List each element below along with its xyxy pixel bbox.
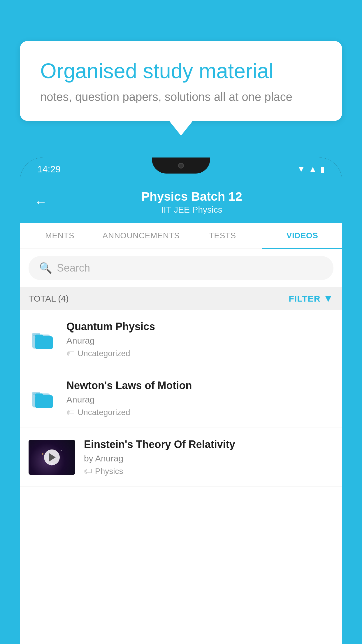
phone-frame: 14:29 ▼ ▲ ▮ ← Physics Batch 12 IIT JEE P… <box>20 158 342 644</box>
video-thumbnail-einstein <box>29 440 75 475</box>
list-item[interactable]: Newton's Laws of Motion Anurag 🏷 Uncateg… <box>20 369 342 428</box>
tag-label: Uncategorized <box>78 408 130 417</box>
front-camera <box>178 163 184 169</box>
list-item[interactable]: Einstein's Theory Of Relativity by Anura… <box>20 428 342 487</box>
filter-row: TOTAL (4) FILTER ▼ <box>20 287 342 310</box>
video-title: Newton's Laws of Motion <box>66 379 333 392</box>
tag-icon: 🏷 <box>66 349 75 358</box>
header-title: Physics Batch 12 <box>56 190 328 204</box>
filter-icon: ▼ <box>323 293 333 304</box>
svg-rect-3 <box>35 335 43 338</box>
video-info-newton: Newton's Laws of Motion Anurag 🏷 Uncateg… <box>66 379 333 417</box>
video-list: Quantum Physics Anurag 🏷 Uncategorized <box>20 310 342 487</box>
video-tag: 🏷 Uncategorized <box>66 407 333 417</box>
tag-label: Uncategorized <box>78 349 130 358</box>
tab-tests[interactable]: TESTS <box>182 223 262 249</box>
signal-icon: ▲ <box>309 164 317 174</box>
status-time: 14:29 <box>37 164 61 175</box>
tag-icon: 🏷 <box>84 466 92 476</box>
list-item[interactable]: Quantum Physics Anurag 🏷 Uncategorized <box>20 310 342 369</box>
search-bar[interactable]: 🔍 Search <box>29 256 333 280</box>
video-info-quantum: Quantum Physics Anurag 🏷 Uncategorized <box>66 321 333 358</box>
search-icon: 🔍 <box>39 262 52 274</box>
tag-label: Physics <box>95 467 123 476</box>
search-container: 🔍 Search <box>20 249 342 287</box>
video-title: Einstein's Theory Of Relativity <box>84 438 333 451</box>
play-button[interactable] <box>44 449 60 465</box>
video-author: Anurag <box>66 336 333 346</box>
phone-screen: ← Physics Batch 12 IIT JEE Physics MENTS… <box>20 181 342 644</box>
svg-rect-7 <box>35 393 43 397</box>
play-triangle-icon <box>49 453 56 461</box>
video-info-einstein: Einstein's Theory Of Relativity by Anura… <box>84 438 333 476</box>
wifi-icon: ▼ <box>297 164 305 174</box>
tag-icon: 🏷 <box>66 407 75 417</box>
folder-icon-quantum <box>29 325 58 354</box>
svg-rect-6 <box>35 395 53 408</box>
total-count: TOTAL (4) <box>29 294 69 304</box>
speech-bubble-section: Organised study material notes, question… <box>20 41 342 136</box>
speech-bubble-title: Organised study material <box>40 58 322 83</box>
video-title: Quantum Physics <box>66 321 333 333</box>
svg-rect-2 <box>35 336 53 349</box>
filter-label: FILTER <box>289 294 321 304</box>
header-subtitle: IIT JEE Physics <box>56 205 328 215</box>
search-placeholder: Search <box>57 262 90 274</box>
phone-notch <box>152 158 210 174</box>
back-button[interactable]: ← <box>34 195 47 209</box>
status-icons: ▼ ▲ ▮ <box>297 164 325 174</box>
status-bar: 14:29 ▼ ▲ ▮ <box>20 158 342 181</box>
video-author: by Anurag <box>84 454 333 463</box>
video-tag: 🏷 Uncategorized <box>66 349 333 358</box>
filter-button[interactable]: FILTER ▼ <box>289 293 333 304</box>
video-author: Anurag <box>66 395 333 405</box>
battery-icon: ▮ <box>320 164 325 174</box>
tab-announcements[interactable]: ANNOUNCEMENTS <box>100 223 183 249</box>
header-subtitle-physics: Physics <box>192 205 222 214</box>
header-title-group: Physics Batch 12 IIT JEE Physics <box>56 190 328 215</box>
tabs-bar: MENTS ANNOUNCEMENTS TESTS VIDEOS <box>20 223 342 249</box>
video-tag: 🏷 Physics <box>84 466 333 476</box>
header-subtitle-iitjee: IIT JEE <box>161 205 190 214</box>
speech-bubble-card: Organised study material notes, question… <box>20 41 342 121</box>
tab-videos[interactable]: VIDEOS <box>262 223 342 249</box>
folder-icon-newton <box>29 384 58 413</box>
speech-bubble-pointer <box>169 121 193 136</box>
tab-ments[interactable]: MENTS <box>20 223 100 249</box>
app-header: ← Physics Batch 12 IIT JEE Physics <box>20 181 342 223</box>
speech-bubble-subtitle: notes, question papers, solutions all at… <box>40 90 322 104</box>
